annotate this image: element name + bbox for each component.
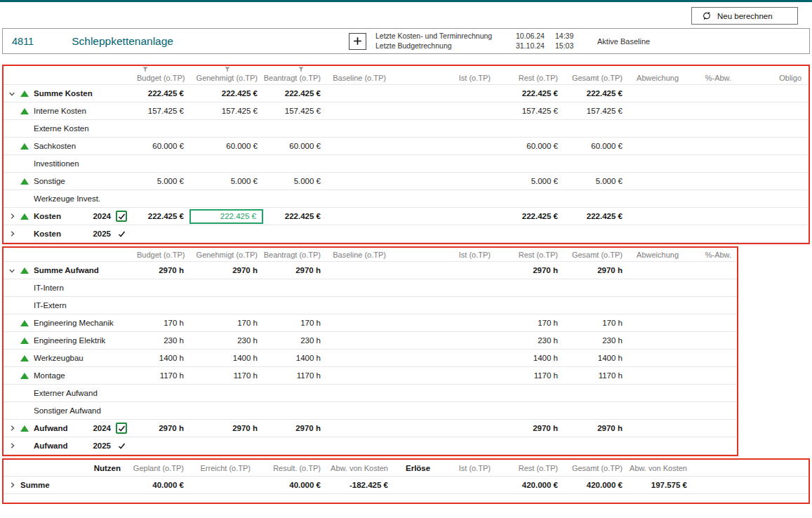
- filter-icon[interactable]: [225, 67, 230, 72]
- value-cell[interactable]: 222.425 €: [189, 89, 263, 98]
- value-cell[interactable]: 60.000 €: [496, 142, 564, 150]
- chevron-spacer: [4, 314, 20, 331]
- value-cell[interactable]: 222.425 €: [263, 89, 326, 98]
- value-cell[interactable]: 157.425 €: [564, 107, 628, 115]
- value-cell[interactable]: 170 h: [496, 319, 564, 327]
- recalculate-button[interactable]: Neu berechnen: [691, 7, 798, 25]
- value-cell[interactable]: 2970 h: [496, 424, 564, 432]
- value-cell[interactable]: 1170 h: [189, 371, 263, 380]
- value-cell[interactable]: 222.425 €: [263, 212, 326, 220]
- value-cell[interactable]: 2970 h: [564, 266, 628, 274]
- chevron-spacer: [4, 385, 20, 401]
- chevron-right-icon[interactable]: [4, 225, 20, 242]
- value-cell[interactable]: 222.425 €: [564, 212, 628, 220]
- chevron-right-icon[interactable]: [4, 420, 20, 437]
- value-cell[interactable]: 60.000 €: [137, 142, 189, 150]
- value-cell[interactable]: 170 h: [137, 319, 189, 327]
- row-label-cell: Summe: [20, 477, 91, 493]
- value-cell[interactable]: 157.425 €: [137, 107, 189, 115]
- row-label-cell: Engineering Mechanik: [20, 314, 137, 331]
- value-cell[interactable]: 170 h: [263, 319, 326, 327]
- value-cell[interactable]: 5.000 €: [496, 177, 564, 185]
- row-label: Investitionen: [34, 159, 79, 168]
- year-checkmark[interactable]: [116, 442, 127, 450]
- value-cell[interactable]: 1170 h: [564, 371, 628, 380]
- value-cell[interactable]: 2970 h: [137, 266, 189, 274]
- value-cell[interactable]: 230 h: [564, 336, 628, 345]
- chevron-down-icon[interactable]: [4, 85, 20, 102]
- value-cell[interactable]: 2970 h: [189, 424, 263, 432]
- value-cell[interactable]: 222.425 €: [496, 212, 564, 220]
- chevron-spacer: [4, 367, 20, 384]
- value-cell[interactable]: 1170 h: [137, 371, 189, 380]
- value-cell[interactable]: 5.000 €: [263, 177, 326, 185]
- value-cell[interactable]: 40.000 €: [256, 481, 326, 489]
- info-date: 31.10.24: [516, 41, 555, 51]
- value-cell[interactable]: 5.000 €: [564, 177, 628, 185]
- benefit-section: NutzenGeplant (o.TP)Erreicht (o.TP)Resul…: [2, 458, 810, 504]
- chevron-right-icon[interactable]: [4, 208, 20, 225]
- table-row: Sonstige5.000 €5.000 €5.000 €5.000 €5.00…: [4, 173, 808, 190]
- value-cell[interactable]: 2970 h: [263, 266, 326, 274]
- value-cell[interactable]: 60.000 €: [189, 142, 263, 150]
- row-label: Externe Kosten: [34, 124, 89, 133]
- value-cell[interactable]: 60.000 €: [564, 142, 628, 150]
- value-cell[interactable]: 2970 h: [263, 424, 326, 432]
- value-cell[interactable]: 1400 h: [496, 354, 564, 362]
- chevron-right-icon[interactable]: [4, 477, 20, 493]
- value-cell[interactable]: 2970 h: [496, 266, 564, 274]
- row-label-cell: Summe Kosten: [20, 85, 137, 102]
- value-cell[interactable]: 170 h: [189, 319, 263, 327]
- column-header: Ist (o.TP): [439, 464, 496, 472]
- value-cell[interactable]: 1400 h: [263, 354, 326, 362]
- filter-icon[interactable]: [298, 67, 304, 72]
- value-cell[interactable]: 1170 h: [263, 371, 326, 380]
- value-cell[interactable]: 2970 h: [189, 266, 263, 274]
- value-cell[interactable]: 157.425 €: [263, 107, 326, 115]
- toolbar: Neu berechnen: [0, 2, 812, 28]
- add-button[interactable]: [349, 33, 366, 50]
- value-cell[interactable]: 1400 h: [189, 354, 263, 362]
- filter-icon[interactable]: [142, 67, 148, 72]
- value-cell[interactable]: 5.000 €: [137, 177, 189, 185]
- year-checkbox[interactable]: [116, 211, 127, 222]
- value-cell[interactable]: 1400 h: [564, 354, 628, 362]
- value-cell[interactable]: -182.425 €: [326, 481, 394, 489]
- row-label-cell: Montage: [20, 367, 137, 384]
- value-cell[interactable]: 40.000 €: [126, 481, 189, 489]
- year-checkbox[interactable]: [116, 423, 127, 434]
- value-cell[interactable]: 420.000 €: [564, 481, 628, 489]
- row-label-cell: Externe Kosten: [20, 120, 137, 137]
- chevron-down-icon[interactable]: [4, 262, 20, 279]
- value-cell[interactable]: 157.425 €: [189, 107, 263, 115]
- chevron-right-icon[interactable]: [4, 437, 20, 454]
- value-cell[interactable]: 222.425 €: [496, 89, 564, 98]
- row-label: IT-Intern: [34, 284, 64, 292]
- selected-value-cell[interactable]: 222.425 €: [189, 209, 263, 224]
- chevron-spacer: [4, 190, 20, 207]
- value-cell[interactable]: 420.000 €: [496, 481, 564, 489]
- value-cell[interactable]: 157.425 €: [496, 107, 564, 115]
- year-checkmark[interactable]: [116, 230, 127, 238]
- last-calculation-info: Letzte Kosten- und Terminrechnung 10.06.…: [375, 32, 586, 51]
- recalculate-label: Neu berechnen: [717, 12, 773, 20]
- chevron-spacer: [4, 402, 20, 419]
- value-cell[interactable]: 230 h: [263, 336, 326, 345]
- value-cell[interactable]: 222.425 €: [137, 212, 189, 220]
- value-cell[interactable]: 230 h: [137, 336, 189, 345]
- value-cell[interactable]: 222.425 €: [137, 89, 189, 98]
- row-label-cell: Sonstige: [20, 173, 137, 190]
- value-cell[interactable]: 197.575 €: [628, 481, 693, 489]
- value-cell[interactable]: 230 h: [496, 336, 564, 345]
- column-header: Ist (o.TP): [392, 74, 496, 82]
- value-cell[interactable]: 5.000 €: [189, 177, 263, 185]
- value-cell[interactable]: 2970 h: [564, 424, 628, 432]
- value-cell[interactable]: 1170 h: [496, 371, 564, 380]
- value-cell[interactable]: 170 h: [564, 319, 628, 327]
- value-cell[interactable]: 1400 h: [137, 354, 189, 362]
- value-cell[interactable]: 230 h: [189, 336, 263, 345]
- value-cell[interactable]: 60.000 €: [263, 142, 326, 150]
- value-cell[interactable]: 2970 h: [137, 424, 189, 432]
- value-cell[interactable]: 222.425 €: [564, 89, 628, 98]
- active-baseline-label: Aktive Baseline: [597, 37, 650, 46]
